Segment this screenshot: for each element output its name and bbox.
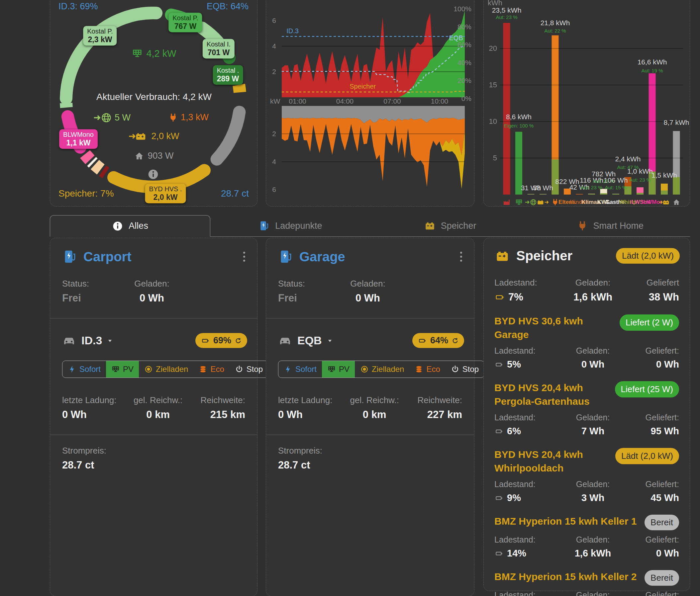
plug-icon — [577, 220, 588, 231]
daily-energy-card: 23,5 kWhAut: 23 %8,6 kWhEigen: 100 %31 W… — [483, 0, 690, 207]
battery-icon — [494, 293, 505, 302]
mode-label: Sofort — [295, 365, 317, 374]
view-tabs: AllesLadepunkteSpeicherSmart Home — [50, 215, 690, 237]
soc-block: Ladestand:7% — [494, 278, 562, 303]
refresh-icon — [234, 337, 242, 344]
chart-label: EQB — [449, 34, 463, 42]
chart-label: 20% — [457, 77, 471, 84]
flow-badge-value: 2,0 kW — [149, 193, 182, 202]
chart-label: 4 — [272, 158, 276, 165]
mode-button-zielladen[interactable]: Zielladen — [139, 361, 193, 378]
caret-icon — [106, 337, 114, 345]
flow-badge-value: 767 W — [172, 22, 198, 30]
battery-in-icon — [129, 131, 148, 142]
mode-button-stop[interactable]: Stop — [446, 361, 484, 378]
charged-value: 1,6 kWh — [562, 548, 624, 559]
bar-label: 10 — [489, 117, 497, 126]
soc-percent: 7% — [508, 291, 523, 303]
vehicle-selector[interactable]: EQB — [297, 334, 407, 347]
mode-button-sofort[interactable]: Sofort — [62, 361, 106, 378]
vehicle-soc-pill[interactable]: 64% — [412, 333, 464, 348]
flow-badge-title: Kostal . — [217, 67, 239, 74]
delivered-value: 0 Wh — [624, 359, 679, 370]
battery-section: BYD HVS 30,6 kwh GarageLiefert (2 W)Lade… — [484, 314, 690, 370]
mode-button-eco[interactable]: Eco — [193, 361, 229, 378]
bar-self-portion — [636, 193, 644, 195]
charged-label: Geladen: — [562, 278, 624, 288]
battery-stats: Ladestand:5%Geladen:0 WhGeliefert:0 Wh — [484, 590, 690, 596]
charger-icon — [278, 248, 293, 265]
mode-button-pv[interactable]: PV — [322, 361, 355, 378]
charged-label: Geladen: — [562, 480, 624, 489]
delivered-value: 45 Wh — [624, 492, 679, 503]
loadpoint-title: Garage — [299, 249, 452, 264]
target-icon — [144, 365, 153, 373]
divider — [266, 435, 474, 435]
info-icon — [112, 221, 123, 232]
charger-icon — [278, 248, 293, 265]
charger-icon — [258, 220, 270, 231]
battery-status-badge: Bereit — [645, 515, 679, 530]
bar — [540, 194, 547, 195]
bar-label: kWh — [488, 0, 502, 7]
kebab-menu-icon[interactable] — [458, 250, 464, 264]
coins-icon — [415, 365, 423, 373]
charger-icon — [62, 248, 77, 265]
mode-label: Sofort — [79, 365, 101, 374]
charging-flow: 1,3 kW — [168, 112, 209, 123]
charged-label: Geladen: — [119, 279, 185, 289]
battsmall-icon — [494, 293, 505, 302]
power-icon — [235, 365, 244, 373]
tab-smart-home[interactable]: Smart Home — [530, 215, 690, 236]
price-block: Strompreis:28.7 ct — [50, 446, 257, 471]
flow-arc — [66, 103, 67, 108]
flow-badge: Kostal I.701 W — [203, 39, 234, 58]
battery-icon — [424, 220, 435, 231]
charged-block: Geladen:1,6 kWh — [562, 535, 624, 559]
flow-arc — [95, 165, 101, 170]
soc-value: 14% — [494, 548, 562, 559]
power-icon — [235, 365, 244, 373]
pv-icon — [327, 365, 336, 373]
price-block: Strompreis:28.7 ct — [266, 446, 474, 471]
mode-button-eco[interactable]: Eco — [409, 361, 445, 378]
flow-badge-value: 289 W — [217, 74, 239, 83]
flow-badge-value: 1,1 kW — [63, 138, 94, 147]
price-value: 28.7 ct — [62, 459, 245, 471]
tab-ladepunkte[interactable]: Ladepunkte — [210, 215, 370, 236]
delivered-block: Geliefert:0 Wh — [624, 535, 679, 559]
info-icon[interactable] — [147, 169, 159, 180]
storage-summary: Ladestand:7%Geladen:1,6 kWhGeliefert38 W… — [484, 278, 690, 303]
mode-button-pv[interactable]: PV — [106, 361, 139, 378]
charged-label: Geladen: — [562, 346, 624, 356]
energy-flow-card: ID.3: 69% EQB: 64% 4,2 kW Aktueller Verb… — [50, 0, 257, 207]
soc-label: Ladestand: — [494, 480, 562, 489]
battery-status-badge: Bereit — [645, 570, 679, 586]
price-label: Strompreis: — [62, 446, 245, 456]
mode-button-stop[interactable]: Stop — [230, 361, 268, 378]
soc-block: Ladestand:14% — [494, 535, 562, 559]
soc-percent: 14% — [507, 548, 526, 559]
vehicle-selector[interactable]: ID.3 — [81, 334, 190, 347]
battery-name-row: BYD HVS 30,6 kwh GarageLiefert (2 W) — [484, 314, 690, 341]
delivered-label: Geliefert — [624, 278, 679, 288]
charger-icon — [258, 220, 270, 231]
plug-icon — [577, 220, 588, 231]
divider — [50, 435, 257, 435]
tab-alles[interactable]: Alles — [50, 215, 210, 237]
soc-label: Ladestand: — [494, 590, 562, 596]
battery-status-badge: Liefert (2 W) — [620, 314, 679, 331]
flow-arc — [239, 85, 240, 93]
mode-button-sofort[interactable]: Sofort — [278, 361, 322, 378]
stat-label: gel. Reichw.: — [345, 395, 404, 406]
battery-name: BYD HVS 20,4 kwh Whirlpooldach — [494, 448, 611, 475]
car-icon — [278, 334, 292, 348]
battery-in-icon — [129, 131, 148, 142]
house-consumption: 903 W — [50, 151, 258, 161]
tab-speicher[interactable]: Speicher — [370, 215, 530, 236]
vehicle-soc-pill[interactable]: 69% — [195, 333, 247, 348]
mode-button-zielladen[interactable]: Zielladen — [355, 361, 409, 378]
vehicle-soc-id3: ID.3: 69% — [58, 1, 98, 11]
soc-label: Ladestand: — [494, 278, 562, 288]
kebab-menu-icon[interactable] — [241, 250, 247, 264]
